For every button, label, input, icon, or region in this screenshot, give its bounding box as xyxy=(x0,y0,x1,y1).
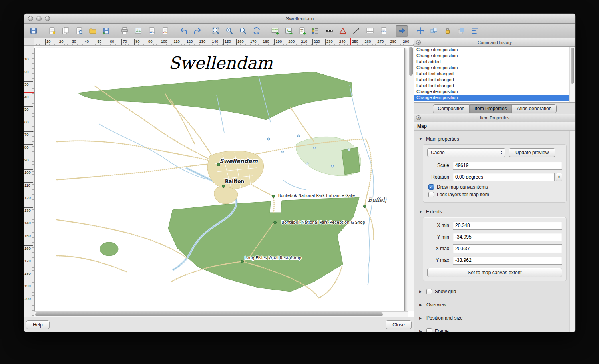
history-item[interactable]: Label font changed xyxy=(414,83,575,89)
ruler-tick-label: 30 xyxy=(24,81,33,86)
vertical-ruler: 1020304050607080901001101201301401501601… xyxy=(24,46,34,317)
tab-item-properties[interactable]: Item Properties xyxy=(470,104,512,113)
close-window-button[interactable] xyxy=(28,16,33,21)
svg-text:PDF: PDF xyxy=(163,31,168,34)
history-item[interactable]: Label font changed xyxy=(414,77,575,83)
close-button[interactable]: Close xyxy=(386,320,412,329)
disclosure-right-icon[interactable] xyxy=(419,329,424,332)
add-legend-button[interactable] xyxy=(309,25,322,37)
scale-input[interactable] xyxy=(453,161,562,170)
composer-page: SwellendamRailtonBontebok National Park … xyxy=(34,48,405,312)
ymax-input[interactable] xyxy=(453,256,562,265)
set-to-map-canvas-extent-button[interactable]: Set to map canvas extent xyxy=(427,268,562,277)
add-arrow-button[interactable] xyxy=(350,25,362,37)
position-and-size-section[interactable]: Position and size xyxy=(419,315,567,321)
history-item[interactable]: Change item position xyxy=(414,65,575,71)
move-item-content-button[interactable] xyxy=(414,25,426,37)
zoom-out-button[interactable] xyxy=(237,25,249,37)
save-project-button[interactable] xyxy=(27,25,40,37)
export-pdf-button[interactable]: PDF xyxy=(159,25,171,37)
panel-scrollbar[interactable] xyxy=(569,131,575,332)
tab-atlas-generation[interactable]: Atlas generation xyxy=(512,104,557,113)
xmin-label: X min xyxy=(427,223,449,228)
add-scalebar-button[interactable] xyxy=(323,25,335,37)
canvas-horizontal-scrollbar[interactable] xyxy=(34,311,408,317)
ruler-tick-label: 110 xyxy=(173,39,180,45)
draw-map-canvas-items-checkbox[interactable] xyxy=(428,184,434,190)
draw-map-canvas-items-label: Draw map canvas items xyxy=(437,184,488,190)
composition-manager-button[interactable] xyxy=(73,25,85,37)
history-item[interactable]: Change item position xyxy=(414,47,575,53)
main-properties-section-header[interactable]: Main properties xyxy=(419,136,567,142)
add-shape-button[interactable] xyxy=(336,25,349,37)
update-preview-button[interactable]: Update preview xyxy=(509,148,555,157)
disclosure-right-icon[interactable] xyxy=(419,303,424,307)
show-grid-section[interactable]: Show grid xyxy=(419,289,567,294)
undo-button[interactable] xyxy=(177,25,190,37)
history-item[interactable]: Label added xyxy=(414,59,575,65)
rotation-input[interactable] xyxy=(453,173,555,181)
duplicate-composition-button[interactable] xyxy=(59,25,72,37)
align-items-button[interactable] xyxy=(468,25,481,37)
lock-items-button[interactable] xyxy=(441,25,454,37)
add-html-button[interactable]: </> xyxy=(377,25,390,37)
history-item[interactable]: Change item position xyxy=(414,95,575,101)
load-template-button[interactable] xyxy=(86,25,99,37)
close-history-panel-icon[interactable] xyxy=(416,40,421,45)
history-item[interactable]: Change item position xyxy=(414,89,575,95)
ymin-input[interactable] xyxy=(453,233,562,241)
disclosure-down-icon[interactable] xyxy=(419,137,423,141)
ruler-tick-label: 140 xyxy=(211,39,218,45)
history-item[interactable]: Change item position xyxy=(414,53,575,59)
ruler-tick-label: 40 xyxy=(84,39,89,45)
disclosure-right-icon[interactable] xyxy=(419,316,424,320)
add-table-button[interactable] xyxy=(364,25,376,37)
disclosure-right-icon[interactable] xyxy=(419,290,424,294)
select-move-item-button[interactable] xyxy=(396,25,408,37)
lock-layers-checkbox[interactable] xyxy=(428,192,434,197)
close-item-properties-icon[interactable] xyxy=(416,115,421,120)
new-composition-button[interactable] xyxy=(46,25,58,37)
export-svg-button[interactable]: SVG xyxy=(145,25,158,37)
titlebar: Swellendam xyxy=(24,14,575,24)
help-button[interactable]: Help xyxy=(26,320,50,329)
canvas-vertical-scrollbar[interactable] xyxy=(408,46,414,311)
map-item[interactable]: SwellendamRailtonBontebok National Park … xyxy=(35,48,404,312)
show-grid-checkbox[interactable] xyxy=(426,289,432,294)
overview-section[interactable]: Overview xyxy=(419,302,567,308)
canvas-viewport[interactable]: SwellendamRailtonBontebok National Park … xyxy=(34,46,414,317)
print-button[interactable] xyxy=(118,25,131,37)
zoom-full-button[interactable] xyxy=(209,25,222,37)
add-label-button[interactable]: T xyxy=(296,25,308,37)
ruler-tick-label: 190 xyxy=(24,283,33,288)
ymax-label: Y max xyxy=(427,257,449,263)
show-grid-label: Show grid xyxy=(435,289,456,294)
frame-checkbox[interactable] xyxy=(426,328,432,332)
minimize-window-button[interactable] xyxy=(36,16,42,21)
group-items-button[interactable] xyxy=(428,25,440,37)
export-image-button[interactable] xyxy=(132,25,144,37)
save-template-button[interactable] xyxy=(100,25,112,37)
xmax-input[interactable] xyxy=(453,244,562,253)
cache-dropdown[interactable]: Cache ▲▼ xyxy=(427,148,505,157)
xmin-input[interactable] xyxy=(453,221,562,230)
history-scrollbar[interactable] xyxy=(569,47,575,102)
ruler-tick-label: 80 xyxy=(24,144,33,149)
zoom-in-button[interactable] xyxy=(223,25,235,37)
ruler-tick-label: 260 xyxy=(364,39,371,45)
extents-section-header[interactable]: Extents xyxy=(419,209,567,215)
ruler-tick-label: 60 xyxy=(24,119,33,124)
lock-layers-label: Lock layers for map item xyxy=(437,192,489,197)
rotation-stepper[interactable]: ▲▼ xyxy=(556,173,562,181)
frame-section[interactable]: Frame xyxy=(419,328,567,332)
tab-composition[interactable]: Composition xyxy=(433,104,470,113)
refresh-view-button[interactable] xyxy=(250,25,263,37)
zoom-window-button[interactable] xyxy=(45,16,50,21)
add-map-button[interactable] xyxy=(269,25,281,37)
redo-button[interactable] xyxy=(191,25,203,37)
raise-items-button[interactable] xyxy=(455,25,467,37)
history-item[interactable]: Label text changed xyxy=(414,71,575,77)
add-image-button[interactable] xyxy=(282,25,295,37)
command-history-title: Command history xyxy=(414,40,575,45)
disclosure-down-icon[interactable] xyxy=(419,210,423,214)
